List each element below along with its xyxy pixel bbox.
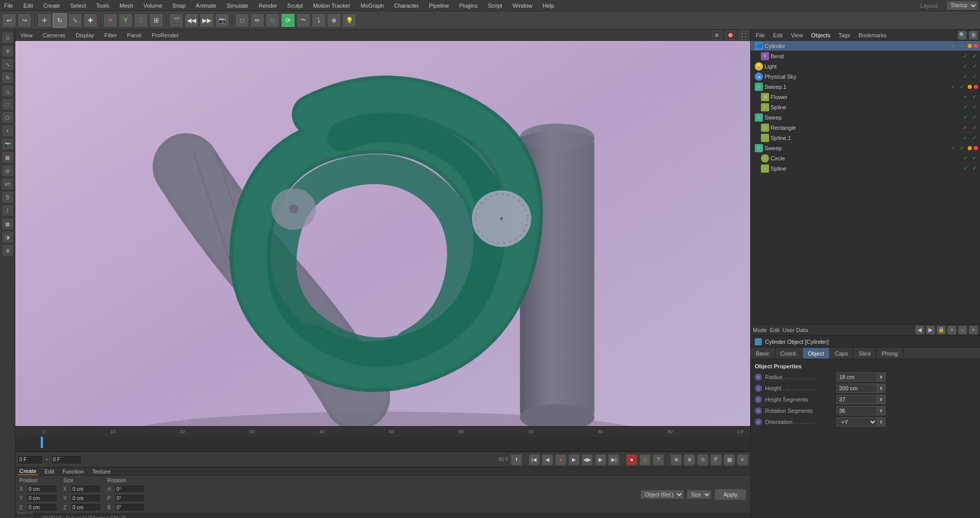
cube-button[interactable]: □ bbox=[235, 13, 249, 28]
spline2-check1[interactable]: ✓ bbox=[962, 134, 969, 142]
obj-item-physical-sky[interactable]: ☁ Physical Sky ✓ ✓ bbox=[751, 72, 980, 82]
size-z-input[interactable]: 0 cm bbox=[70, 503, 101, 511]
menu-pipeline[interactable]: Pipeline bbox=[427, 2, 451, 10]
sidebar-extra1[interactable]: ◑ bbox=[2, 231, 14, 243]
prop-edit-tab[interactable]: Edit bbox=[770, 327, 780, 333]
prev-frame-button[interactable]: ◀ bbox=[542, 454, 553, 465]
prop-userdata-tab[interactable]: User Data bbox=[783, 327, 808, 333]
generic-tool-button[interactable]: ✚ bbox=[83, 13, 98, 28]
menu-edit[interactable]: Edit bbox=[21, 2, 35, 10]
obj-tab-edit[interactable]: Edit bbox=[770, 32, 786, 39]
record-button[interactable]: ● bbox=[555, 454, 566, 465]
obj-item-sweep3[interactable]: S Sweep ✓ ✓ bbox=[751, 143, 980, 153]
obj-tab-file[interactable]: File bbox=[753, 32, 768, 39]
spline3-check1[interactable]: ✓ bbox=[962, 165, 969, 172]
menu-help[interactable]: Help bbox=[541, 2, 557, 10]
bend-check2[interactable]: ✓ bbox=[971, 53, 978, 60]
sidebar-rotate[interactable]: ↻ bbox=[2, 72, 14, 84]
menu-sculpt[interactable]: Sculpt bbox=[285, 2, 305, 10]
sidebar-null[interactable]: + bbox=[2, 125, 14, 137]
go-end-button[interactable]: ▶| bbox=[608, 454, 619, 465]
obj-item-light[interactable]: 💡 Light ✓ ✓ bbox=[751, 61, 980, 72]
rect-check2[interactable]: ✓ bbox=[971, 124, 978, 131]
light-check2[interactable]: ✓ bbox=[971, 63, 978, 70]
rect-check1[interactable]: ✓ bbox=[962, 124, 969, 131]
prop-lock-icon[interactable]: 🔒 bbox=[937, 325, 946, 335]
sky-check2[interactable]: ✓ bbox=[971, 73, 978, 80]
orientation-dropdown[interactable]: +Y -Y +X -X +Z -Z bbox=[836, 417, 877, 427]
sweep2-check1[interactable]: ✓ bbox=[962, 114, 969, 121]
move-tool-button[interactable]: ✛ bbox=[37, 13, 52, 28]
menu-mograph[interactable]: MoGraph bbox=[358, 2, 386, 10]
height-segs-spinner[interactable]: ⬆ bbox=[877, 395, 886, 404]
viewport-tab-cameras[interactable]: Cameras bbox=[40, 31, 69, 39]
radius-spinner[interactable]: ⬆ bbox=[877, 372, 886, 382]
obj-item-circle[interactable]: ○ Circle ✓ ✓ bbox=[751, 153, 980, 163]
cylinder-check2[interactable]: ✓ bbox=[959, 42, 966, 50]
stop-button[interactable]: ◀▶ bbox=[582, 454, 593, 465]
play-fwd-button[interactable]: ▶▶ bbox=[200, 13, 214, 28]
track-btn-5[interactable]: ▦ bbox=[724, 454, 735, 465]
track-btn-2[interactable]: ⊕ bbox=[684, 454, 695, 465]
key-button[interactable]: ◇ bbox=[639, 454, 651, 465]
track-btn-6[interactable]: ≡ bbox=[737, 454, 748, 465]
prop-tab-caps[interactable]: Caps bbox=[830, 348, 854, 359]
bottom-tab-texture[interactable]: Texture bbox=[90, 468, 112, 475]
circle-check2[interactable]: ✓ bbox=[971, 155, 978, 162]
undo-button[interactable]: ↩ bbox=[2, 13, 16, 28]
sidebar-scale[interactable]: ⤡ bbox=[2, 58, 14, 70]
obj-item-cylinder[interactable]: 🔵 Cylinder ✓ ✓ bbox=[751, 41, 980, 51]
bend-check1[interactable]: ✓ bbox=[962, 53, 969, 60]
viewport-tab-filter[interactable]: Filter bbox=[101, 31, 119, 39]
height-spinner[interactable]: ⬆ bbox=[877, 384, 886, 393]
sidebar-polypen[interactable]: △ bbox=[2, 85, 14, 97]
circle-check1[interactable]: ✓ bbox=[962, 155, 969, 162]
menu-mesh[interactable]: Mesh bbox=[117, 2, 135, 10]
bottom-tab-function[interactable]: Function bbox=[60, 468, 86, 475]
sidebar-objects[interactable]: □ bbox=[2, 98, 14, 110]
spline3-check2[interactable]: ✓ bbox=[971, 165, 978, 172]
sweep2-check2[interactable]: ✓ bbox=[971, 114, 978, 121]
viewport-tab-view[interactable]: View bbox=[17, 31, 36, 39]
menu-simulate[interactable]: Simulate bbox=[225, 2, 251, 10]
playback-options-button[interactable]: ? bbox=[653, 454, 664, 465]
menu-animate[interactable]: Animate bbox=[194, 2, 218, 10]
z-axis-button[interactable]: Z bbox=[134, 13, 148, 28]
obj-settings-icon[interactable]: ⚙ bbox=[969, 31, 978, 40]
sidebar-material[interactable]: ◎ bbox=[2, 164, 14, 177]
obj-item-sweep1[interactable]: S Sweep.1 ✓ ✓ bbox=[751, 82, 980, 92]
obj-item-flower[interactable]: ✿ Flower ✓ ✓ bbox=[751, 92, 980, 102]
bottom-tab-create[interactable]: Create bbox=[17, 467, 38, 475]
sweep3-check2[interactable]: ✓ bbox=[959, 145, 966, 152]
height-segs-input[interactable] bbox=[836, 395, 877, 404]
sidebar-sculpt-tool[interactable]: ⤴ bbox=[2, 204, 14, 217]
pen-button[interactable]: ✏ bbox=[250, 13, 265, 28]
menu-script[interactable]: Script bbox=[486, 2, 504, 10]
sidebar-scene[interactable]: ⬡ bbox=[2, 111, 14, 124]
sidebar-texture[interactable]: ▦ bbox=[2, 151, 14, 163]
obj-tab-bookmarks[interactable]: Bookmarks bbox=[855, 32, 890, 39]
obj-item-rectangle[interactable]: ▭ Rectangle ✓ ✓ bbox=[751, 123, 980, 133]
position-x-input[interactable]: 0 cm bbox=[27, 485, 57, 493]
rot-segs-input[interactable] bbox=[836, 406, 877, 415]
prop-tab-coord[interactable]: Coord. bbox=[775, 348, 803, 359]
track-btn-4[interactable]: P bbox=[710, 454, 722, 465]
menu-snap[interactable]: Snap bbox=[171, 2, 188, 10]
track-btn-1[interactable]: ⊕ bbox=[671, 454, 682, 465]
size-dropdown[interactable]: Size bbox=[687, 490, 711, 499]
light-tool-button[interactable]: 💡 bbox=[342, 13, 356, 28]
rotation-b-input[interactable]: 0° bbox=[114, 503, 145, 511]
prop-tab-slice[interactable]: Slice bbox=[853, 348, 876, 359]
spline2-check2[interactable]: ✓ bbox=[971, 134, 978, 142]
prop-nav-back[interactable]: ◀ bbox=[915, 325, 924, 335]
radius-input[interactable] bbox=[836, 372, 877, 382]
height-input[interactable] bbox=[836, 384, 877, 393]
rot-segs-spinner[interactable]: ⬆ bbox=[877, 406, 886, 415]
layout-dropdown[interactable]: Startup bbox=[947, 1, 978, 10]
spline1-check1[interactable]: ✓ bbox=[962, 104, 969, 111]
sidebar-paint[interactable]: S bbox=[2, 191, 14, 203]
film-button[interactable]: 🎬 bbox=[169, 13, 183, 28]
next-frame-button[interactable]: ▶ bbox=[595, 454, 606, 465]
spline1-check2[interactable]: ✓ bbox=[971, 104, 978, 111]
flower-check2[interactable]: ✓ bbox=[971, 93, 978, 101]
